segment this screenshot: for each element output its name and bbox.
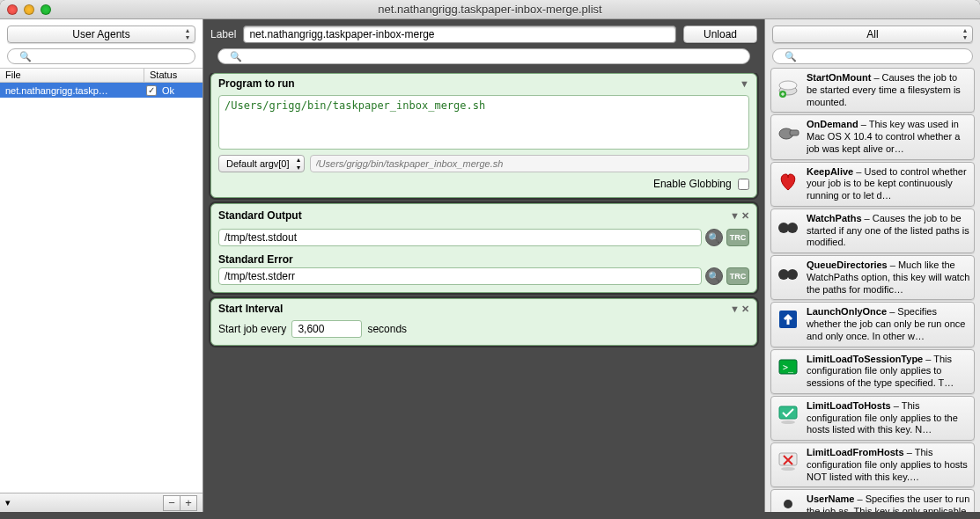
header-status[interactable]: Status xyxy=(144,69,203,82)
key-text: StartOnMount – Causes the job to be star… xyxy=(807,72,970,108)
window-controls xyxy=(7,4,51,15)
titlebar: net.nathangrigg.taskpaper-inbox-merge.pl… xyxy=(0,0,980,19)
key-list: StartOnMount – Causes the job to be star… xyxy=(765,68,980,512)
collapse-icon[interactable]: ▼ xyxy=(730,303,740,315)
close-icon[interactable]: ✕ xyxy=(741,303,749,315)
argv-select[interactable]: Default argv[0] ▴▾ xyxy=(218,155,305,172)
center-search-input[interactable] xyxy=(217,48,750,64)
key-text: LaunchOnlyOnce – Specifies whether the j… xyxy=(807,306,970,342)
key-item[interactable]: LimitLoadToHosts – This configuration fi… xyxy=(770,396,975,441)
keys-category-select[interactable]: All ▴▾ xyxy=(772,26,973,43)
interval-title: Start Interval xyxy=(218,303,283,315)
trc-stderr-button[interactable]: TRC xyxy=(726,267,749,285)
close-window[interactable] xyxy=(7,4,18,15)
key-item[interactable]: LimitLoadFromHosts – This configuration … xyxy=(770,442,975,487)
key-item[interactable]: OnDemand – This key was used in Mac OS X… xyxy=(770,114,975,159)
center-pane: Label Unload 🔍 Program to run ▼ xyxy=(203,19,764,512)
label-caption: Label xyxy=(210,28,236,40)
interval-prefix: Start job every xyxy=(218,323,286,335)
key-text: WatchPaths – Causes the job to be starte… xyxy=(807,213,970,249)
program-panel: Program to run ▼ /Users/grigg/bin/taskpa… xyxy=(210,73,757,198)
rightbar-search-input[interactable] xyxy=(772,48,973,64)
search-icon: 🔍 xyxy=(785,51,797,62)
heart-icon xyxy=(775,166,801,193)
key-name: LaunchOnlyOnce xyxy=(807,306,887,317)
key-name: LimitLoadFromHosts xyxy=(807,447,904,457)
argv-input xyxy=(310,155,749,172)
chevron-updown-icon: ▴▾ xyxy=(186,27,189,41)
io-panel: Standard Output ▼✕ 🔍 TRC Standard Error … xyxy=(210,203,757,293)
key-name: LimitLoadToHosts xyxy=(807,400,891,411)
key-name: WatchPaths xyxy=(807,213,862,223)
key-name: UserName xyxy=(807,493,854,504)
minimize-window[interactable] xyxy=(24,4,34,15)
interval-input[interactable] xyxy=(291,320,362,338)
filter-icon[interactable]: ▾ xyxy=(5,497,164,508)
key-text: OnDemand – This key was used in Mac OS X… xyxy=(807,119,970,155)
disk-icon xyxy=(775,72,801,99)
close-icon[interactable]: ✕ xyxy=(741,210,749,222)
agent-category-label: User Agents xyxy=(72,28,129,40)
label-input[interactable] xyxy=(243,26,676,43)
chevron-updown-icon: ▴▾ xyxy=(297,156,300,172)
collapse-icon[interactable]: ▼ xyxy=(730,210,740,222)
file-name: net.nathangrigg.taskp… xyxy=(0,85,144,96)
rightbar: All ▴▾ 🔍 StartOnMount – Causes the job t… xyxy=(764,19,980,512)
key-item[interactable]: KeepAlive – Used to control whether your… xyxy=(770,162,975,207)
stdout-input[interactable] xyxy=(218,229,702,246)
key-name: LimitLoadToSessionType xyxy=(807,354,923,364)
file-list: net.nathangrigg.taskp… Ok xyxy=(0,83,203,493)
key-name: StartOnMount xyxy=(807,72,871,83)
globbing-checkbox[interactable] xyxy=(738,179,749,190)
stdout-label: Standard Output xyxy=(218,208,302,223)
unload-button[interactable]: Unload xyxy=(683,26,757,43)
reveal-stdout-button[interactable]: 🔍 xyxy=(705,229,723,246)
stderr-input[interactable] xyxy=(218,267,702,285)
host-no-icon xyxy=(775,447,801,473)
stderr-label: Standard Error xyxy=(218,252,749,267)
file-list-header: File Status xyxy=(0,68,203,83)
key-text: LimitLoadFromHosts – This configuration … xyxy=(807,447,970,483)
key-name: KeepAlive xyxy=(807,166,853,177)
term-icon xyxy=(775,354,801,380)
arrow-icon xyxy=(775,306,801,333)
header-file[interactable]: File xyxy=(0,69,144,82)
key-name: QueueDirectories xyxy=(807,260,888,270)
add-button[interactable]: + xyxy=(180,495,197,511)
file-status: Ok xyxy=(158,85,203,96)
chevron-updown-icon: ▴▾ xyxy=(963,27,967,41)
key-text: QueueDirectories – Much like the WatchPa… xyxy=(807,260,970,296)
agent-category-select[interactable]: User Agents ▴▾ xyxy=(7,26,195,43)
program-panel-title: Program to run xyxy=(218,77,295,90)
sidebar-search-input[interactable] xyxy=(7,48,195,64)
whistle-icon xyxy=(775,119,801,145)
key-text: KeepAlive – Used to control whether your… xyxy=(807,166,970,202)
user-icon xyxy=(775,493,801,512)
file-enabled-checkbox[interactable] xyxy=(146,85,157,96)
key-text: LimitLoadToSessionType – This configurat… xyxy=(807,354,970,390)
key-item[interactable]: UserName – Specifies the user to run the… xyxy=(770,489,975,512)
remove-button[interactable]: − xyxy=(163,495,181,511)
globbing-label: Enable Globbing xyxy=(653,178,732,190)
key-name: OnDemand xyxy=(807,119,858,129)
app-window: net.nathangrigg.taskpaper-inbox-merge.pl… xyxy=(0,0,980,519)
program-path[interactable]: /Users/grigg/bin/taskpaper_inbox_merge.s… xyxy=(218,95,749,150)
interval-suffix: seconds xyxy=(367,323,407,335)
collapse-icon[interactable]: ▼ xyxy=(740,78,749,89)
interval-panel: Start Interval ▼✕ Start job every second… xyxy=(210,298,757,346)
trc-stdout-button[interactable]: TRC xyxy=(726,229,749,246)
key-text: LimitLoadToHosts – This configuration fi… xyxy=(807,400,970,436)
key-item[interactable]: LimitLoadToSessionType – This configurat… xyxy=(770,349,975,394)
key-item[interactable]: QueueDirectories – Much like the WatchPa… xyxy=(770,255,975,300)
zoom-window[interactable] xyxy=(41,4,51,15)
sidebar: User Agents ▴▾ 🔍 File Status net.nathang… xyxy=(0,19,203,512)
binoc-icon xyxy=(775,213,801,239)
search-icon: 🔍 xyxy=(19,51,32,62)
file-row[interactable]: net.nathangrigg.taskp… Ok xyxy=(0,83,203,98)
key-item[interactable]: StartOnMount – Causes the job to be star… xyxy=(770,68,975,113)
key-item[interactable]: WatchPaths – Causes the job to be starte… xyxy=(770,208,975,253)
search-icon: 🔍 xyxy=(230,51,242,62)
reveal-stderr-button[interactable]: 🔍 xyxy=(705,267,723,285)
binoc-icon xyxy=(775,260,801,286)
key-item[interactable]: LaunchOnlyOnce – Specifies whether the j… xyxy=(770,302,975,347)
